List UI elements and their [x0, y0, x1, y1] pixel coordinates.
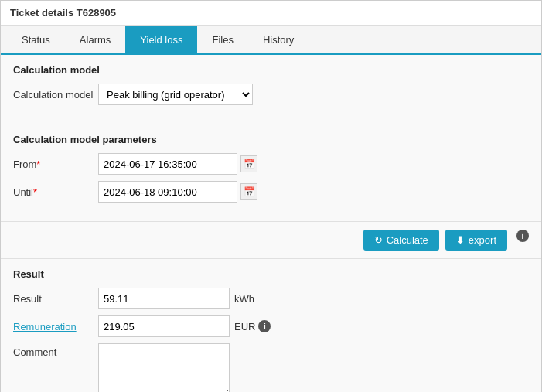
calculate-button[interactable]: ↻ Calculate: [363, 230, 439, 251]
tab-yield-loss[interactable]: Yield loss: [125, 26, 197, 55]
calculation-model-section: Calculation model Calculation model Peak…: [1, 55, 541, 124]
comment-textarea[interactable]: [98, 343, 230, 392]
export-icon: ⬇: [456, 234, 465, 246]
calc-info-icon[interactable]: i: [516, 230, 529, 242]
until-row: Until 📅: [13, 181, 529, 203]
calculation-model-label: Calculation model: [13, 89, 98, 101]
calculation-model-select[interactable]: Peak billing (grid operator): [98, 84, 253, 105]
remuneration-unit: EUR: [234, 321, 255, 332]
calc-button-row: ↻ Calculate ⬇ export i: [1, 222, 541, 259]
calculation-model-section-title: Calculation model: [13, 64, 529, 76]
result-unit: kWh: [234, 293, 254, 305]
comment-label: Comment: [13, 346, 98, 358]
comment-row: Comment: [13, 343, 529, 392]
tab-files[interactable]: Files: [197, 26, 247, 55]
result-section: Result Result kWh Remuneration EUR i Com…: [1, 259, 541, 392]
calc-params-section-title: Calculation model parameters: [13, 134, 529, 145]
calculation-model-row: Calculation model Peak billing (grid ope…: [13, 84, 529, 105]
tabs-bar: Status Alarms Yield loss Files History: [1, 26, 541, 55]
until-label: Until: [13, 186, 98, 198]
window-title: Ticket details T628905: [1, 1, 541, 26]
export-label: export: [469, 234, 496, 246]
from-row: From 📅: [13, 153, 529, 175]
export-button[interactable]: ⬇ export: [445, 230, 507, 251]
from-input[interactable]: [98, 153, 237, 175]
calculate-label: Calculate: [387, 234, 428, 246]
remuneration-row: Remuneration EUR i: [13, 315, 529, 337]
from-calendar-icon[interactable]: 📅: [240, 155, 257, 172]
tab-alarms[interactable]: Alarms: [65, 26, 125, 55]
remuneration-input[interactable]: [98, 315, 230, 337]
calculate-icon: ↻: [374, 234, 383, 246]
result-input[interactable]: [98, 288, 230, 309]
calc-params-section: Calculation model parameters From 📅 Unti…: [1, 124, 541, 222]
until-calendar-icon[interactable]: 📅: [240, 183, 257, 200]
result-row: Result kWh: [13, 288, 529, 309]
result-label: Result: [13, 293, 98, 305]
from-label: From: [13, 159, 98, 170]
result-section-title: Result: [13, 268, 529, 280]
until-input[interactable]: [98, 181, 237, 203]
tab-status[interactable]: Status: [7, 26, 65, 55]
remuneration-info-icon[interactable]: i: [258, 320, 271, 332]
tab-history[interactable]: History: [248, 26, 308, 55]
ticket-details-window: Ticket details T628905 Status Alarms Yie…: [0, 0, 542, 392]
remuneration-label: Remuneration: [13, 321, 98, 332]
